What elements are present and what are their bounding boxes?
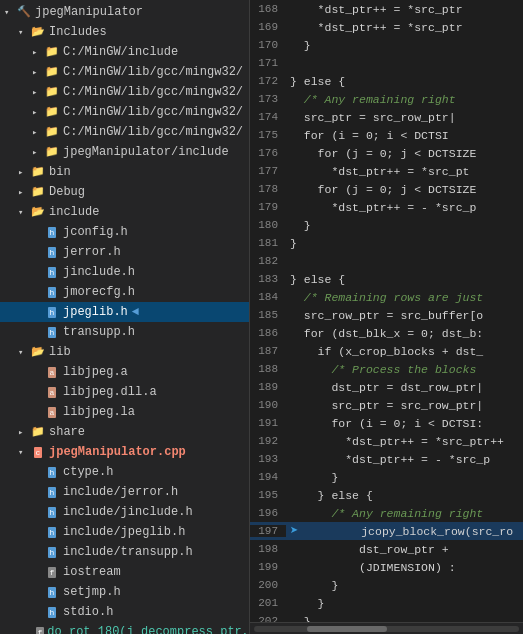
item-label: include/jerror.h	[63, 485, 178, 499]
line-content: } else {	[286, 489, 523, 502]
tree-item-transupp[interactable]: htransupp.h	[0, 322, 249, 342]
tree-item-include_jpeglib[interactable]: hinclude/jpeglib.h	[0, 522, 249, 542]
scroll-track[interactable]	[254, 626, 519, 632]
tree-item-jpeglib[interactable]: hjpeglib.h◄	[0, 302, 249, 322]
tree-item-includes[interactable]: ▾📂Includes	[0, 22, 249, 42]
line-content: *dst_ptr++ = *src_ptr++	[286, 435, 523, 448]
line-number: 202	[250, 615, 286, 622]
tree-item-libjpegdll[interactable]: alibjpeg.dll.a	[0, 382, 249, 402]
tree-item-do_rot[interactable]: fdo_rot_180(j_decompress_ptr,	[0, 622, 249, 634]
arrow-open-icon: ▾	[18, 447, 28, 458]
item-label: do_rot_180(j_decompress_ptr,	[47, 625, 249, 634]
line-number: 192	[250, 435, 286, 447]
horizontal-scrollbar[interactable]	[250, 622, 523, 634]
code-line-202: 202 }	[250, 612, 523, 622]
file-icon: 📁	[44, 45, 60, 59]
tree-item-inc2[interactable]: ▸📁C:/MinGW/lib/gcc/mingw32/	[0, 62, 249, 82]
line-content: src_ptr = src_row_ptr|	[286, 111, 523, 124]
file-icon: 📁	[44, 145, 60, 159]
tree-item-libjpega[interactable]: alibjpeg.a	[0, 362, 249, 382]
file-explorer[interactable]: ▾🔨jpegManipulator▾📂Includes▸📁C:/MinGW/in…	[0, 0, 250, 634]
item-label: stdio.h	[63, 605, 113, 619]
tree-item-include_jinclude[interactable]: hinclude/jinclude.h	[0, 502, 249, 522]
file-icon: h	[44, 605, 60, 619]
code-line-186: 186 for (dst_blk_x = 0; dst_b:	[250, 324, 523, 342]
file-icon: a	[44, 365, 60, 379]
tree-item-bin[interactable]: ▸📁bin	[0, 162, 249, 182]
file-icon: h	[44, 585, 60, 599]
code-line-180: 180 }	[250, 216, 523, 234]
tree-item-lib_folder[interactable]: ▾📂lib	[0, 342, 249, 362]
line-number: 180	[250, 219, 286, 231]
file-icon: h	[44, 285, 60, 299]
file-icon: 🔨	[16, 5, 32, 19]
line-content: for (dst_blk_x = 0; dst_b:	[286, 327, 523, 340]
tree-item-inc4[interactable]: ▸📁C:/MinGW/lib/gcc/mingw32/	[0, 102, 249, 122]
line-number: 185	[250, 309, 286, 321]
code-line-198: 198 dst_row_ptr +	[250, 540, 523, 558]
tree-item-include_jerror[interactable]: hinclude/jerror.h	[0, 482, 249, 502]
tree-item-inc5[interactable]: ▸📁C:/MinGW/lib/gcc/mingw32/	[0, 122, 249, 142]
line-number: 194	[250, 471, 286, 483]
line-content: *dst_ptr++ = *src_ptr	[286, 21, 523, 34]
tree-item-main_cpp[interactable]: ▾cjpegManipulator.cpp	[0, 442, 249, 462]
item-label: include	[49, 205, 99, 219]
line-content: for (i = 0; i < DCTSI:	[286, 417, 523, 430]
tree-item-inc1[interactable]: ▸📁C:/MinGW/include	[0, 42, 249, 62]
line-content: src_ptr = src_row_ptr|	[286, 399, 523, 412]
item-label: libjpeg.la	[63, 405, 135, 419]
item-label: libjpeg.dll.a	[63, 385, 157, 399]
tree-item-include_transupp[interactable]: hinclude/transupp.h	[0, 542, 249, 562]
code-line-176: 176 for (j = 0; j < DCTSIZE	[250, 144, 523, 162]
code-line-195: 195 } else {	[250, 486, 523, 504]
line-number: 201	[250, 597, 286, 609]
line-content: for (j = 0; j < DCTSIZE	[286, 147, 523, 160]
tree-item-setjmp[interactable]: hsetjmp.h	[0, 582, 249, 602]
file-icon: h	[44, 305, 60, 319]
item-label: jmorecfg.h	[63, 285, 135, 299]
tree-item-debug[interactable]: ▸📁Debug	[0, 182, 249, 202]
file-icon: h	[44, 505, 60, 519]
tree-item-iostream[interactable]: fiostream	[0, 562, 249, 582]
tree-item-ctype[interactable]: hctype.h	[0, 462, 249, 482]
line-number: 174	[250, 111, 286, 123]
code-line-168: 168 *dst_ptr++ = *src_ptr	[250, 0, 523, 18]
line-content: }	[286, 579, 523, 592]
tree-item-libjpegla[interactable]: alibjpeg.la	[0, 402, 249, 422]
tree-item-include_folder[interactable]: ▾📂include	[0, 202, 249, 222]
file-icon: c	[30, 445, 46, 459]
code-line-187: 187 if (x_crop_blocks + dst_	[250, 342, 523, 360]
item-label: lib	[49, 345, 71, 359]
line-content: *dst_ptr++ = *src_pt	[286, 165, 523, 178]
tree-item-inc6[interactable]: ▸📁jpegManipulator/include	[0, 142, 249, 162]
arrow-open-icon: ▾	[18, 27, 28, 38]
arrow-open-icon: ▾	[18, 347, 28, 358]
tree-item-share_folder[interactable]: ▸📁share	[0, 422, 249, 442]
item-label: include/jinclude.h	[63, 505, 193, 519]
line-number: 183	[250, 273, 286, 285]
tree-item-stdio[interactable]: hstdio.h	[0, 602, 249, 622]
item-label: jconfig.h	[63, 225, 128, 239]
scroll-thumb[interactable]	[307, 626, 387, 632]
tree-item-inc3[interactable]: ▸📁C:/MinGW/lib/gcc/mingw32/	[0, 82, 249, 102]
line-content: for (j = 0; j < DCTSIZE	[286, 183, 523, 196]
arrow-closed-icon: ▸	[32, 87, 42, 98]
tree-item-jerror[interactable]: hjerror.h	[0, 242, 249, 262]
code-line-173: 173 /* Any remaining right	[250, 90, 523, 108]
item-label: C:/MinGW/lib/gcc/mingw32/	[63, 105, 243, 119]
tree-item-jinclude[interactable]: hjinclude.h	[0, 262, 249, 282]
item-label: Includes	[49, 25, 107, 39]
tree-item-root[interactable]: ▾🔨jpegManipulator	[0, 2, 249, 22]
tree-item-jconfig[interactable]: hjconfig.h	[0, 222, 249, 242]
line-content: /* Any remaining right	[286, 507, 523, 520]
line-number: 172	[250, 75, 286, 87]
code-content[interactable]: 168 *dst_ptr++ = *src_ptr169 *dst_ptr++ …	[250, 0, 523, 622]
line-number: 178	[250, 183, 286, 195]
code-line-192: 192 *dst_ptr++ = *src_ptr++	[250, 432, 523, 450]
arrow-closed-icon: ▸	[32, 67, 42, 78]
line-content: dst_row_ptr +	[286, 543, 523, 556]
tree-item-jmorecfg[interactable]: hjmorecfg.h	[0, 282, 249, 302]
item-label: jpeglib.h	[63, 305, 128, 319]
arrow-closed-icon: ▸	[18, 427, 28, 438]
code-line-200: 200 }	[250, 576, 523, 594]
